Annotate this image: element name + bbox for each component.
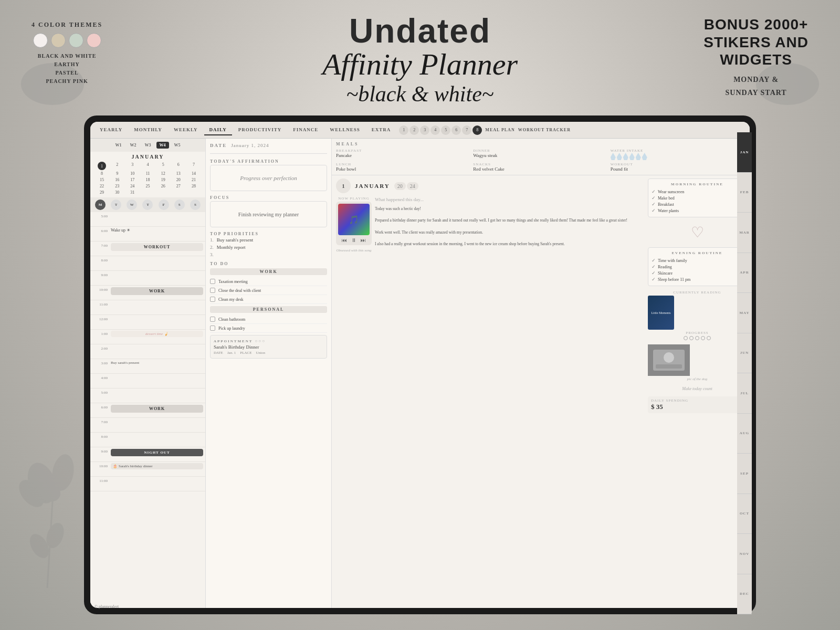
- checkbox-deal[interactable]: [210, 288, 215, 293]
- appt-date-label: DATE: [214, 351, 223, 355]
- tab-monthly[interactable]: MONTHLY: [129, 125, 167, 135]
- tab-num-6[interactable]: 6: [452, 125, 461, 135]
- cal-day-3[interactable]: 3: [125, 162, 140, 170]
- month-may[interactable]: MAY: [737, 293, 752, 333]
- day-tab-w[interactable]: W: [127, 200, 137, 210]
- cal-day-24[interactable]: 24: [125, 183, 140, 189]
- play-button[interactable]: ⏸: [351, 237, 356, 243]
- day-tab-s1[interactable]: S: [174, 200, 185, 210]
- meals-section: MEALS BREAKFAST Pancake DINNER Wagyu ste…: [332, 139, 750, 175]
- content-6am: Wake up ☀: [109, 227, 205, 234]
- cal-day-13[interactable]: 13: [171, 171, 186, 176]
- content-8pm: [109, 433, 205, 435]
- tab-productivity[interactable]: PRODUCTIVITY: [233, 125, 287, 135]
- routine-breakfast-text: Breakfast: [658, 202, 674, 207]
- tab-num-8[interactable]: 8: [472, 125, 482, 135]
- prev-button[interactable]: ⏮: [342, 237, 347, 243]
- checkbox-desk[interactable]: [210, 297, 215, 302]
- routine-breakfast: ✓ Breakfast: [652, 201, 743, 207]
- day-tab-s2[interactable]: S: [190, 200, 201, 210]
- tab-num-3[interactable]: 3: [420, 125, 429, 135]
- cal-day-6[interactable]: 6: [171, 162, 186, 170]
- week-tab-5[interactable]: W5: [171, 142, 184, 149]
- cal-day-14[interactable]: 14: [186, 171, 201, 176]
- month-oct[interactable]: OCT: [737, 494, 752, 534]
- cal-day-28[interactable]: 28: [186, 183, 201, 189]
- cal-day-18[interactable]: 18: [140, 177, 155, 183]
- month-feb[interactable]: FEB: [737, 173, 752, 213]
- month-apr[interactable]: APR: [737, 253, 752, 293]
- month-nov[interactable]: NOV: [737, 534, 752, 574]
- cal-day-5[interactable]: 5: [156, 162, 171, 170]
- month-jan[interactable]: JAN: [737, 132, 752, 173]
- cal-day-11[interactable]: 11: [140, 171, 155, 176]
- cal-day-22[interactable]: 22: [94, 183, 109, 189]
- tab-num-1[interactable]: 1: [399, 125, 408, 135]
- pic-of-day: [648, 344, 690, 376]
- cal-day-12[interactable]: 12: [156, 171, 171, 176]
- cal-day-17[interactable]: 17: [125, 177, 140, 183]
- tab-workout[interactable]: WORKOUT TRACKER: [518, 128, 571, 132]
- cal-day-4[interactable]: 4: [140, 162, 155, 170]
- cal-day-7[interactable]: 7: [186, 162, 201, 170]
- cal-day-9[interactable]: 9: [110, 171, 124, 176]
- cal-day-21[interactable]: 21: [186, 177, 201, 183]
- time-8pm: 8:00: [90, 433, 109, 441]
- checkbox-bathroom[interactable]: [210, 317, 215, 322]
- cal-day-1[interactable]: 1: [98, 162, 106, 170]
- tab-extra[interactable]: EXTRA: [366, 125, 396, 135]
- cal-day-15[interactable]: 15: [94, 177, 109, 183]
- time-slot-9am: 9:00: [90, 271, 205, 286]
- content-6pm: WORK: [109, 403, 205, 414]
- day-tab-t2[interactable]: T: [142, 200, 153, 210]
- schedule-area: 5:00 6:00 Wake up ☀ 7:00 WORKOUT: [90, 212, 205, 608]
- next-button[interactable]: ⏭: [361, 237, 366, 243]
- checkbox-taxation[interactable]: [210, 279, 215, 284]
- tab-meal-plan[interactable]: MEAL PLAN: [485, 128, 514, 132]
- cal-day-19[interactable]: 19: [156, 177, 171, 183]
- tab-weekly[interactable]: WEEKLY: [169, 125, 203, 135]
- bonus-label: BONUS 2000+ STIKERS AND WIDGETS: [704, 16, 808, 69]
- cal-day-25[interactable]: 25: [140, 183, 155, 189]
- time-slot-11am: 11:00: [90, 300, 205, 315]
- cal-day-31[interactable]: 31: [125, 190, 140, 195]
- checkbox-laundry[interactable]: [210, 326, 215, 331]
- music-thumbnail: 🎵: [338, 204, 370, 235]
- cal-day-29[interactable]: 29: [94, 190, 109, 195]
- cal-day-10[interactable]: 10: [125, 171, 140, 176]
- day-tab-m[interactable]: M: [95, 200, 106, 210]
- week-tab-4[interactable]: W4: [156, 142, 169, 149]
- tab-wellness[interactable]: WELLNESS: [324, 125, 365, 135]
- cal-day-30[interactable]: 30: [110, 190, 124, 195]
- meals-grid: BREAKFAST Pancake DINNER Wagyu steak WAT…: [336, 149, 746, 172]
- appointment-title: Sarah's Birthday Dinner: [214, 344, 323, 350]
- tab-finance[interactable]: FINANCE: [288, 125, 323, 135]
- tab-yearly[interactable]: YEARLY: [94, 125, 128, 135]
- month-jun[interactable]: JUN: [737, 333, 752, 374]
- tab-num-4[interactable]: 4: [430, 125, 440, 135]
- week-tab-2[interactable]: W2: [127, 142, 140, 149]
- color-circles: [32, 33, 102, 48]
- cal-day-26[interactable]: 26: [156, 183, 171, 189]
- tab-daily[interactable]: DAILY: [204, 125, 232, 135]
- day-tab-t1[interactable]: T: [111, 200, 121, 210]
- time-6pm: 6:00: [90, 403, 109, 412]
- month-sep[interactable]: SEP: [737, 454, 752, 494]
- cal-day-23[interactable]: 23: [110, 183, 124, 189]
- month-dec[interactable]: DEC: [737, 574, 752, 615]
- cal-day-2[interactable]: 2: [110, 162, 124, 170]
- week-tab-3[interactable]: W3: [142, 142, 154, 149]
- tab-num-7[interactable]: 7: [462, 125, 471, 135]
- tab-num-5[interactable]: 5: [441, 125, 450, 135]
- tab-num-2[interactable]: 2: [410, 125, 419, 135]
- month-mar[interactable]: MAR: [737, 213, 752, 253]
- month-jul[interactable]: JUL: [737, 373, 752, 414]
- cal-day-8[interactable]: 8: [94, 171, 109, 176]
- month-aug[interactable]: AUG: [737, 414, 752, 454]
- week-tab-1[interactable]: W1: [112, 142, 125, 149]
- cal-day-27[interactable]: 27: [171, 183, 186, 189]
- dinner-item: DINNER Wagyu steak: [473, 149, 608, 160]
- cal-day-16[interactable]: 16: [110, 177, 124, 183]
- day-tab-f[interactable]: F: [159, 200, 169, 210]
- cal-day-20[interactable]: 20: [171, 177, 186, 183]
